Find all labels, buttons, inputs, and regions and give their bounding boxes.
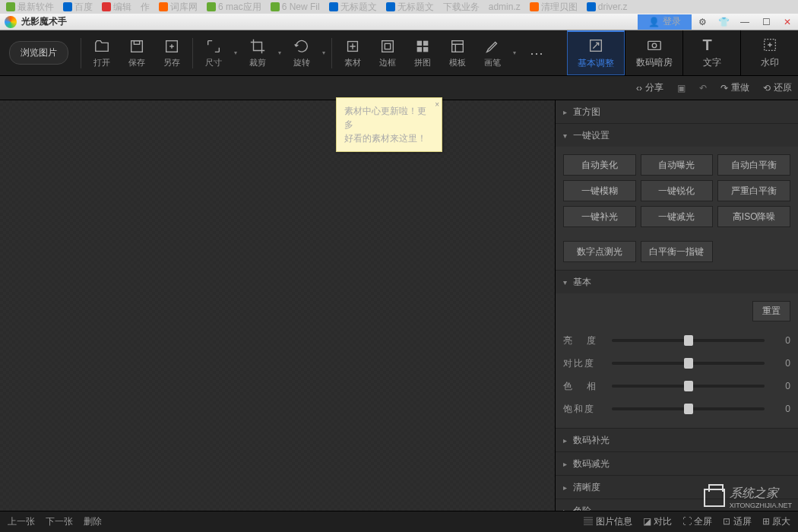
redo-icon: ↷ [720, 83, 728, 93]
brightness-slider[interactable] [612, 339, 765, 342]
browser-tab[interactable]: driver.z [582, 1, 632, 13]
section-sharpness[interactable]: ▸清晰度 [556, 476, 798, 499]
section-onekey[interactable]: ▾一键设置 [556, 124, 798, 147]
chevron-right-icon: ▸ [563, 436, 567, 445]
folder-open-icon [93, 38, 110, 55]
chevron-down-icon[interactable]: ▾ [231, 30, 240, 75]
contrast-slider[interactable] [612, 362, 765, 365]
material-update-tooltip: × 素材中心更新啦！更多好看的素材来这里！ [336, 97, 442, 152]
collage-button[interactable]: 拼图 [405, 30, 440, 75]
size-button[interactable]: 尺寸 [196, 30, 231, 75]
more-icon: ⋯ [528, 45, 545, 62]
open-button[interactable]: 打开 [84, 30, 119, 75]
original-size-button[interactable]: ⊞ 原大 [762, 515, 790, 528]
settings-icon[interactable]: ⚙ [692, 14, 713, 30]
template-button[interactable]: 模板 [440, 30, 475, 75]
collage-icon [414, 38, 431, 55]
save-icon [128, 38, 145, 55]
title-bar: 光影魔术手 👤 登录 ⚙ 👕 — ☐ ✕ [0, 14, 798, 30]
browser-tab[interactable]: 无标题文 [325, 1, 382, 13]
reset-button[interactable]: 重置 [752, 301, 790, 321]
browser-tab[interactable]: 无标题文 [382, 1, 439, 13]
browser-tab[interactable]: 最新软件 [2, 1, 59, 13]
auto-exposure-button[interactable]: 自动曝光 [641, 154, 714, 176]
browser-tab[interactable]: 下载业务 [439, 1, 484, 13]
tooltip-close-icon[interactable]: × [435, 99, 439, 110]
text-icon: T [703, 36, 721, 53]
chevron-down-icon[interactable]: ▾ [319, 30, 328, 75]
chevron-down-icon: ▾ [563, 278, 567, 287]
minimize-icon[interactable]: — [734, 14, 755, 30]
auto-whitebalance-button[interactable]: 自动白平衡 [717, 154, 790, 176]
next-image-button[interactable]: 下一张 [46, 515, 73, 528]
section-basic[interactable]: ▾基本 [556, 271, 798, 293]
section-filllight[interactable]: ▸数码补光 [556, 429, 798, 451]
save-button[interactable]: 保存 [119, 30, 154, 75]
wb-oneclick-button[interactable]: 白平衡一指键 [641, 241, 714, 262]
delete-button[interactable]: 删除 [84, 515, 102, 528]
brush-button[interactable]: 画笔 [475, 30, 510, 75]
close-icon[interactable]: ✕ [777, 14, 798, 30]
material-button[interactable]: 素材 [335, 30, 370, 75]
mode-watermark[interactable]: 水印 [740, 30, 798, 75]
spot-meter-button[interactable]: 数字点测光 [563, 241, 636, 262]
svg-point-13 [652, 43, 657, 48]
skin-icon[interactable]: 👕 [713, 14, 734, 30]
chevron-right-icon: ▸ [563, 483, 567, 492]
hue-slider[interactable] [612, 385, 765, 388]
section-levels[interactable]: ▸色阶 [556, 499, 798, 511]
brush-icon [484, 38, 501, 55]
browser-tab[interactable]: 6 New Fil [266, 1, 325, 13]
camera-icon [645, 36, 663, 53]
svg-rect-9 [423, 46, 428, 51]
browser-tab[interactable]: 编辑 [97, 1, 136, 13]
compare-icon-button[interactable]: ▣ [677, 83, 686, 93]
browser-tab[interactable]: 6 mac应用 [202, 1, 266, 13]
login-button[interactable]: 👤 登录 [638, 14, 692, 30]
browser-tab[interactable]: 作 [136, 1, 154, 13]
image-info-button[interactable]: ▤ 图片信息 [584, 515, 632, 528]
saveas-button[interactable]: 另存 [154, 30, 189, 75]
browser-tab[interactable]: admin.z [484, 1, 525, 13]
chevron-down-icon[interactable]: ▾ [510, 30, 519, 75]
brightness-label: 亮 度 [563, 334, 604, 347]
crop-button[interactable]: 裁剪 [240, 30, 275, 75]
user-icon: 👤 [648, 17, 660, 27]
maximize-icon[interactable]: ☐ [755, 14, 777, 30]
browser-tab[interactable]: 词库网 [154, 1, 202, 13]
restore-button[interactable]: ⟲还原 [763, 81, 792, 94]
browser-tab[interactable]: 百度 [59, 1, 97, 13]
template-icon [449, 38, 466, 55]
mode-darkroom[interactable]: 数码暗房 [625, 30, 682, 75]
onekey-sharpen-button[interactable]: 一键锐化 [641, 180, 714, 201]
onekey-filllight-button[interactable]: 一键补光 [563, 206, 636, 227]
canvas-area[interactable]: × 素材中心更新啦！更多好看的素材来这里！ [0, 100, 555, 511]
auto-beautify-button[interactable]: 自动美化 [563, 154, 636, 176]
browse-images-button[interactable]: 浏览图片 [9, 41, 68, 65]
main-toolbar: 浏览图片 打开 保存 另存 尺寸 ▾ 裁剪 ▾ 旋转 ▾ 素材 边框 拼图 模板… [0, 30, 798, 76]
onekey-blur-button[interactable]: 一键模糊 [563, 180, 636, 201]
section-reducelight[interactable]: ▸数码减光 [556, 452, 798, 475]
compare-button[interactable]: ◪ 对比 [643, 515, 672, 528]
mode-text[interactable]: T文字 [682, 30, 740, 75]
chevron-right-icon: ▸ [563, 460, 567, 468]
border-button[interactable]: 边框 [370, 30, 405, 75]
prev-image-button[interactable]: 上一张 [8, 515, 35, 528]
browser-tab[interactable]: 清理贝图 [525, 1, 582, 13]
fullscreen-button[interactable]: ⛶ 全屏 [682, 515, 712, 528]
chevron-down-icon[interactable]: ▾ [275, 30, 284, 75]
browser-tab-strip: 最新软件 百度 编辑 作 词库网 6 mac应用 6 New Fil 无标题文 … [0, 0, 798, 14]
fit-button[interactable]: ⊡ 适屏 [723, 515, 751, 528]
section-histogram[interactable]: ▸直方图 [556, 100, 798, 123]
more-button[interactable]: ⋯ [519, 30, 554, 75]
redo-button[interactable]: ↷重做 [720, 81, 749, 94]
saturation-label: 饱和度 [563, 403, 604, 416]
heavy-whitebalance-button[interactable]: 严重白平衡 [717, 180, 790, 201]
high-iso-noise-button[interactable]: 高ISO降噪 [717, 206, 790, 227]
undo-icon-button[interactable]: ↶ [699, 83, 707, 93]
onekey-reducelight-button[interactable]: 一键减光 [641, 206, 714, 227]
rotate-button[interactable]: 旋转 [284, 30, 319, 75]
share-button[interactable]: ‹›分享 [636, 81, 663, 94]
mode-basic-adjust[interactable]: 基本调整 [567, 30, 625, 75]
saturation-slider[interactable] [612, 407, 765, 410]
